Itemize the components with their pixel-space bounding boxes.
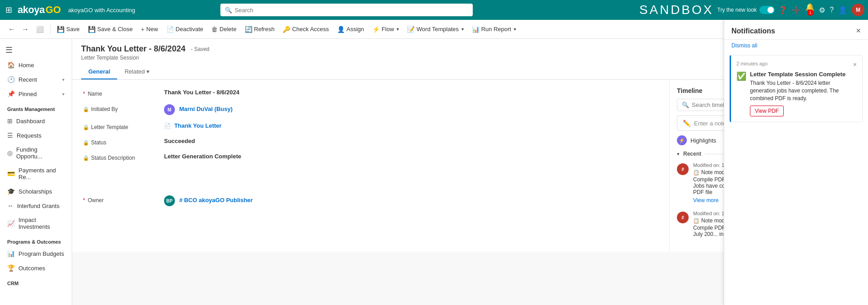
settings-gear-icon[interactable]: ⚙ xyxy=(819,6,825,14)
save-button[interactable]: 💾 Save xyxy=(53,24,83,35)
flow-label: Flow xyxy=(382,26,394,32)
record-title: Thank You Letter - 8/6/2024 xyxy=(81,44,185,54)
sidebar-payments-label: Payments and Re... xyxy=(18,167,64,180)
sidebar-item-scholarships[interactable]: 🎓 Scholarships xyxy=(0,184,72,199)
delete-button[interactable]: 🗑 Delete xyxy=(208,24,240,35)
form-row-initiated-by: 🔒 Initiated By M Marni DuVal (Busy) xyxy=(83,104,658,115)
notifications-close-button[interactable]: × xyxy=(856,26,861,36)
notification-badge: 1 xyxy=(807,9,813,16)
question-mark-icon[interactable]: ? xyxy=(830,6,834,14)
refresh-icon: 🔄 xyxy=(245,26,252,33)
letter-template-link[interactable]: Thank You Letter xyxy=(174,122,222,129)
logo-text: akoya xyxy=(18,4,45,16)
flow-button[interactable]: ⚡ Flow xyxy=(369,24,402,35)
notification-item-close-1[interactable]: × xyxy=(853,61,857,68)
word-templates-button[interactable]: 📝 Word Templates xyxy=(403,24,467,35)
user-circle-icon[interactable]: 👤 xyxy=(838,6,847,14)
deactivate-label: Deactivate xyxy=(176,26,203,32)
forward-button[interactable]: → xyxy=(19,24,32,34)
assign-icon: 👤 xyxy=(337,26,345,33)
timeline-note-icon-1: 📋 xyxy=(693,170,699,176)
outcomes-icon: 🏆 xyxy=(7,264,15,272)
recent-label: Recent xyxy=(683,151,701,157)
initiated-by-avatar: M xyxy=(164,104,175,115)
help-circle-icon[interactable]: ❓ xyxy=(778,6,787,14)
sidebar-section-programs: Programs & Outcomes xyxy=(0,234,72,246)
sidebar-funding-label: Funding Opportu... xyxy=(16,146,64,160)
new-look-toggle[interactable] xyxy=(759,6,775,14)
notification-body-1: ✅ Letter Template Session Complete Thank… xyxy=(736,71,857,116)
sidebar-recent-label: Recent xyxy=(18,76,37,83)
label-owner: * Owner xyxy=(83,195,164,203)
sidebar-item-program-budgets[interactable]: 📊 Program Budgets xyxy=(0,246,72,261)
sidebar-item-impact[interactable]: 📈 Impact Investments xyxy=(0,213,72,234)
new-tab-button[interactable]: ⬜ xyxy=(32,24,47,35)
value-letter-template: 📄 Thank You Letter xyxy=(164,122,658,129)
form-row-letter-template: 🔒 Letter Template 📄 Thank You Letter xyxy=(83,122,658,130)
sidebar-item-dashboard[interactable]: ⊞ Dashboard xyxy=(0,114,72,128)
dashboard-icon: ⊞ xyxy=(7,117,13,125)
form-row-name: * Name Thank You Letter - 8/6/2024 xyxy=(83,89,658,97)
save-close-button[interactable]: 💾 Save & Close xyxy=(84,24,137,35)
requests-icon: ☰ xyxy=(7,132,13,139)
sidebar-section-grants: Grants Management xyxy=(0,101,72,114)
tab-related-label: Related xyxy=(124,68,145,75)
search-input[interactable] xyxy=(235,7,468,14)
timeline-avatar-1: # xyxy=(677,163,689,175)
owner-link[interactable]: # BCO akoyaGO Publisher xyxy=(179,197,253,203)
save-icon: 💾 xyxy=(57,26,64,33)
tab-related[interactable]: Related ▾ xyxy=(117,65,157,79)
save-close-icon: 💾 xyxy=(88,26,96,33)
scholarships-icon: 🎓 xyxy=(7,188,15,195)
new-tab-icon: ⬜ xyxy=(36,26,44,33)
letter-template-doc-icon: 📄 xyxy=(164,123,171,129)
pinned-icon: 📌 xyxy=(7,90,15,97)
new-icon: + xyxy=(141,26,144,33)
add-icon[interactable]: ➕ xyxy=(792,6,801,14)
sidebar-dashboard-label: Dashboard xyxy=(16,118,45,125)
sidebar-item-interfund[interactable]: ↔ Interfund Grants xyxy=(0,199,72,213)
refresh-button[interactable]: 🔄 Refresh xyxy=(241,24,279,35)
sidebar-pinned-label: Pinned xyxy=(18,91,37,97)
initiated-by-link[interactable]: Marni DuVal (Busy) xyxy=(179,106,233,112)
notification-timestamp-1: 2 minutes ago xyxy=(736,61,767,68)
top-navigation: ⊞ akoya GO akoyaGO with Accounting 🔍 SAN… xyxy=(0,0,868,20)
assign-button[interactable]: 👤 Assign xyxy=(333,24,368,35)
user-avatar[interactable]: M xyxy=(852,4,864,16)
related-chevron-icon: ▾ xyxy=(146,68,150,75)
sidebar-item-funding[interactable]: ◎ Funding Opportu... xyxy=(0,143,72,163)
program-budgets-icon: 📊 xyxy=(7,250,15,257)
nav-arrows: ← → xyxy=(5,24,32,34)
app-name: akoyaGO with Accounting xyxy=(68,7,135,14)
check-access-button[interactable]: 🔑 Check Access xyxy=(279,24,333,35)
app-grid-icon[interactable]: ⊞ xyxy=(4,3,14,17)
sidebar-toggle[interactable]: ☰ xyxy=(0,42,72,58)
notifications-title: Notifications xyxy=(731,27,775,35)
sidebar-item-payments[interactable]: 💳 Payments and Re... xyxy=(0,163,72,184)
sidebar-impact-label: Impact Investments xyxy=(18,217,64,230)
sidebar-item-home[interactable]: 🏠 Home xyxy=(0,58,72,72)
run-report-label: Run Report xyxy=(481,26,511,32)
form-left: * Name Thank You Letter - 8/6/2024 🔒 Ini… xyxy=(72,80,670,252)
dismiss-all-button[interactable]: Dismiss all xyxy=(724,40,868,51)
logo-go: GO xyxy=(46,4,61,16)
sidebar-item-recent[interactable]: 🕐 Recent ▾ xyxy=(0,72,72,87)
notification-bell[interactable]: 🔔 1 xyxy=(805,3,814,18)
deactivate-button[interactable]: 📄 Deactivate xyxy=(163,24,207,35)
save-label: Save xyxy=(66,26,80,32)
tab-general[interactable]: General xyxy=(81,65,117,79)
run-report-button[interactable]: 📊 Run Report xyxy=(468,24,520,35)
timeline-search-icon: 🔍 xyxy=(682,102,689,108)
sidebar-item-pinned[interactable]: 📌 Pinned ▾ xyxy=(0,87,72,101)
sidebar-outcomes-label: Outcomes xyxy=(18,265,45,272)
sidebar-item-requests[interactable]: ☰ Requests xyxy=(0,128,72,143)
back-button[interactable]: ← xyxy=(5,24,18,34)
notifications-header: Notifications × xyxy=(724,20,868,40)
sidebar-item-outcomes[interactable]: 🏆 Outcomes xyxy=(0,261,72,275)
view-pdf-button[interactable]: View PDF xyxy=(750,106,784,116)
search-bar[interactable]: 🔍 xyxy=(220,4,473,16)
value-name: Thank You Letter - 8/6/2024 xyxy=(164,89,658,96)
delete-label: Delete xyxy=(219,26,237,32)
sidebar-interfund-label: Interfund Grants xyxy=(17,203,59,209)
new-button[interactable]: + New xyxy=(137,24,161,35)
